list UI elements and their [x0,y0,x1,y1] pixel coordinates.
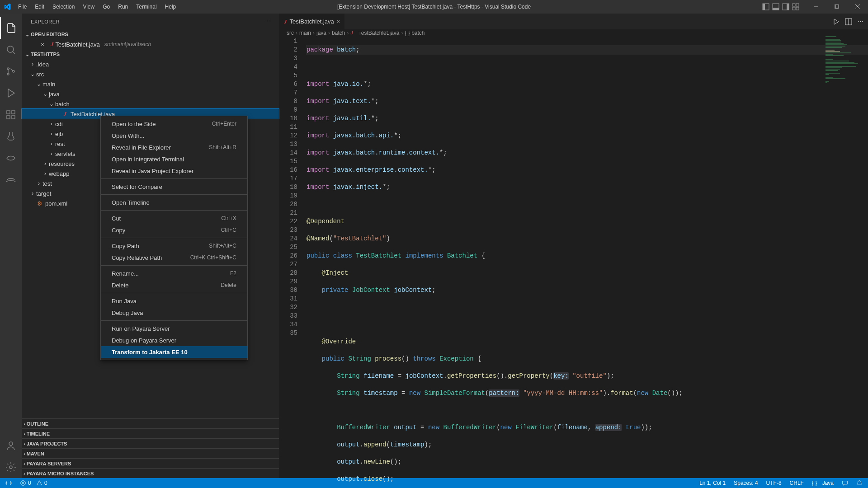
activity-search[interactable] [0,39,22,61]
activity-run-debug[interactable] [0,82,22,104]
section-open-editors[interactable]: ⌄ OPEN EDITORS [22,29,279,39]
svg-rect-1 [763,4,765,10]
section-payara-micro[interactable]: › PAYARA MICRO INSTANCES [22,468,279,478]
run-icon[interactable] [832,18,840,25]
svg-point-26 [9,466,12,469]
code-editor[interactable]: 1234567891011121314151617181920212223242… [279,36,868,488]
svg-rect-22 [12,111,15,114]
svg-rect-8 [793,7,795,10]
cm-run-java[interactable]: Run Java [101,295,247,307]
activity-accounts[interactable] [0,435,22,456]
section-project[interactable]: ⌄ TESTHTTPS [22,49,279,59]
minimap[interactable] [826,36,862,127]
open-editor-item[interactable]: × J TestBatchlet.java src\main\java\batc… [22,39,279,49]
cm-run-payara[interactable]: Run on Payara Server [101,323,247,334]
svg-rect-9 [796,7,799,10]
cm-reveal-explorer[interactable]: Reveal in File ExplorerShift+Alt+R [101,141,247,153]
tree-folder-java[interactable]: ⌄java [22,89,279,99]
activity-settings[interactable] [0,456,22,478]
cm-open-timeline[interactable]: Open Timeline [101,197,247,208]
sb-errors[interactable]: 0 0 [18,480,49,486]
vscode-logo-icon [4,3,11,10]
cm-copy[interactable]: CopyCtrl+C [101,224,247,236]
maximize-button[interactable] [826,0,847,14]
tab-testbatchlet[interactable]: J TestBatchlet.java × [279,14,345,29]
activity-source-control[interactable] [0,61,22,82]
xml-file-icon: ⚙ [36,200,43,207]
layout-secondary-icon[interactable] [782,3,789,10]
svg-rect-5 [787,4,789,10]
open-editor-path: src\main\java\batch [104,41,151,47]
menu-go[interactable]: Go [99,2,113,12]
editor-tabs: J TestBatchlet.java × ⋯ [279,14,868,29]
svg-rect-12 [835,5,839,8]
java-file-icon: J [51,41,54,48]
section-outline[interactable]: › OUTLINE [22,418,279,428]
more-actions-icon[interactable]: ⋯ [858,18,863,25]
svg-rect-24 [12,116,15,119]
sb-remote[interactable] [4,480,14,486]
java-file-icon: J [350,29,353,36]
cm-delete[interactable]: DeleteDelete [101,279,247,291]
chevron-down-icon: ⌄ [24,32,31,38]
svg-point-17 [7,68,9,70]
cm-reveal-java[interactable]: Reveal in Java Project Explorer [101,165,247,177]
line-numbers: 1234567891011121314151617181920212223242… [279,36,307,488]
menu-file[interactable]: File [14,2,30,12]
code-content[interactable]: package batch; import java.io.*; import … [307,36,868,488]
editor: J TestBatchlet.java × ⋯ src› main› java›… [279,14,868,478]
sidebar-more-icon[interactable]: ⋯ [267,19,272,24]
svg-rect-3 [773,8,779,10]
section-java-projects[interactable]: › JAVA PROJECTS [22,438,279,448]
cm-rename[interactable]: Rename...F2 [101,267,247,279]
cm-open-with[interactable]: Open With... [101,130,247,141]
cm-debug-payara[interactable]: Debug on Payara Server [101,334,247,346]
cm-copy-rel-path[interactable]: Copy Relative PathCtrl+K Ctrl+Shift+C [101,252,247,263]
svg-point-25 [9,442,13,446]
section-maven[interactable]: › MAVEN [22,448,279,458]
activity-explorer[interactable] [0,17,22,39]
layout-bottom-icon[interactable] [772,3,779,10]
layout-primary-icon[interactable] [762,3,769,10]
window-title: [Extension Development Host] TestBatchle… [337,4,531,10]
menu-edit[interactable]: Edit [31,2,48,12]
tree-folder-main[interactable]: ⌄main [22,79,279,89]
titlebar: File Edit Selection View Go Run Terminal… [0,0,868,14]
menu-run[interactable]: Run [114,2,132,12]
tree-folder-idea[interactable]: ›.idea [22,59,279,69]
tab-label: TestBatchlet.java [290,18,334,25]
cm-debug-java[interactable]: Debug Java [101,307,247,319]
svg-marker-20 [8,89,14,97]
cm-cut[interactable]: CutCtrl+X [101,212,247,224]
cm-select-compare[interactable]: Select for Compare [101,181,247,192]
menu-view[interactable]: View [79,2,98,12]
tree-folder-batch[interactable]: ⌄batch [22,99,279,109]
activity-payara[interactable] [0,147,22,169]
close-tab-icon[interactable]: × [337,18,340,25]
chevron-down-icon: ⌄ [24,52,31,57]
svg-rect-6 [793,4,795,6]
split-editor-icon[interactable] [845,18,852,25]
minimize-button[interactable] [806,0,826,14]
tree-folder-src[interactable]: ⌄src [22,69,279,79]
cm-copy-path[interactable]: Copy PathShift+Alt+C [101,240,247,252]
section-payara-servers[interactable]: › PAYARA SERVERS [22,458,279,468]
menu-help[interactable]: Help [161,2,180,12]
activity-bar [0,14,22,478]
activity-testing[interactable] [0,126,22,147]
breadcrumbs[interactable]: src› main› java› batch› J TestBatchlet.j… [279,29,868,36]
cm-open-terminal[interactable]: Open in Integrated Terminal [101,153,247,165]
svg-rect-21 [7,111,10,114]
activity-payara-micro[interactable] [0,169,22,191]
svg-rect-11 [835,5,838,8]
menu-terminal[interactable]: Terminal [132,2,160,12]
layout-custom-icon[interactable] [792,3,799,10]
cm-open-side[interactable]: Open to the SideCtrl+Enter [101,118,247,130]
activity-extensions[interactable] [0,104,22,126]
section-timeline[interactable]: › TIMELINE [22,428,279,438]
menu-selection[interactable]: Selection [49,2,78,12]
close-editor-icon[interactable]: × [39,41,46,48]
svg-line-16 [13,52,15,54]
cm-transform-jakarta[interactable]: Transform to Jakarta EE 10 [101,346,247,358]
close-button[interactable] [847,0,868,14]
